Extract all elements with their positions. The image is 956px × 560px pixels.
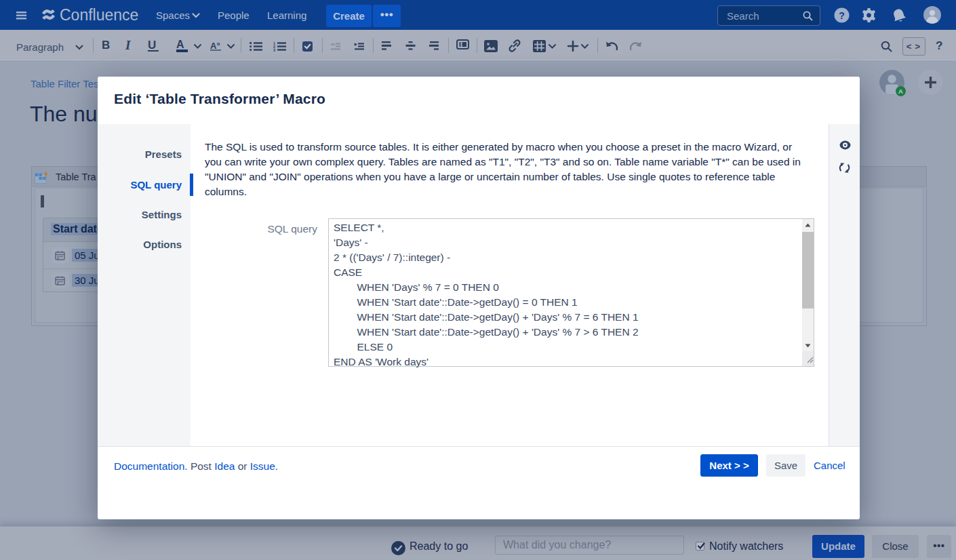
svg-text:3: 3 [273,48,275,52]
svg-text:A: A [898,87,903,95]
svg-text:?: ? [839,10,845,21]
